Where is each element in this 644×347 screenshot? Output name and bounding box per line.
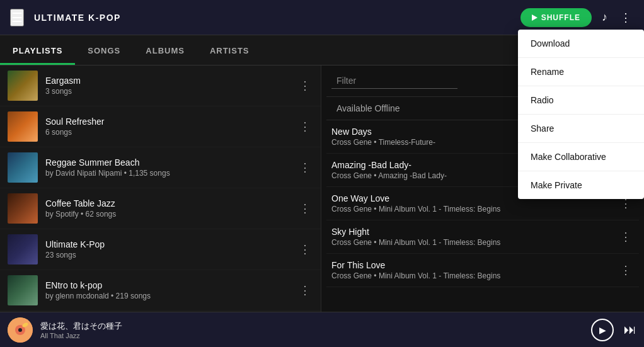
tab-songs[interactable]: SONGS [75, 38, 133, 65]
list-item[interactable]: Coffee Table Jazz by Spotify • 62 songs … [0, 188, 321, 229]
filter-input[interactable] [331, 73, 457, 89]
playlist-thumbnail [8, 111, 38, 142]
app-title: ULTIMATE K-POP [34, 13, 520, 23]
context-menu-download[interactable]: Download [518, 30, 644, 58]
player-song-info: 愛は花、君はその種子 All That Jazz [40, 321, 591, 339]
playlist-name: Coffee Table Jazz [45, 198, 297, 208]
playlist-thumbnail [8, 193, 38, 224]
playlist-info: Ultimate K-Pop 23 songs [45, 239, 297, 259]
player-album-art [8, 317, 33, 343]
skip-next-button[interactable]: ⏭ [624, 322, 636, 337]
menu-button[interactable]: ☰ [10, 9, 24, 26]
header-icons: ♪ ⋮ [599, 8, 634, 27]
list-item[interactable]: Soul Refresher 6 songs ⋮ [0, 106, 321, 147]
music-note-icon: ♪ [602, 11, 607, 24]
song-info: For This Love Cross Gene • Mini Album Vo… [331, 260, 618, 280]
svg-point-2 [18, 328, 22, 332]
player-song-title: 愛は花、君はその種子 [40, 321, 591, 332]
playlist-more-button[interactable]: ⋮ [297, 199, 313, 218]
song-title: For This Love [331, 260, 618, 270]
playlist-meta: 6 songs [45, 128, 297, 137]
play-icon: ▶ [599, 325, 606, 335]
play-triangle-icon [532, 14, 538, 21]
song-info: Sky Hight Cross Gene • Mini Album Vol. 1… [331, 227, 618, 247]
playlist-thumbnail [8, 234, 38, 265]
song-more-button[interactable]: ⋮ [618, 227, 634, 246]
context-menu-make-collaborative[interactable]: Make Collaborative [518, 143, 644, 171]
tab-playlists[interactable]: PLAYLISTS [0, 38, 75, 65]
playlist-info: ENtro to k-pop by glenn mcdonald • 219 s… [45, 280, 297, 300]
music-note-button[interactable]: ♪ [599, 8, 610, 26]
context-menu-rename[interactable]: Rename [518, 58, 644, 86]
list-item[interactable]: Reggae Summer Beach by David Nipati Nipa… [0, 147, 321, 188]
playlist-meta: by David Nipati Nipami • 1,135 songs [45, 169, 297, 178]
skip-next-icon: ⏭ [624, 322, 636, 336]
bottom-player: 愛は花、君はその種子 All That Jazz ▶ ⏭ [0, 312, 644, 347]
song-title: Sky Hight [331, 227, 618, 237]
playlist-name: Reggae Summer Beach [45, 157, 297, 168]
context-menu-radio[interactable]: Radio [518, 86, 644, 115]
context-menu-share[interactable]: Share [518, 115, 644, 143]
playlist-name: Eargasm [45, 76, 297, 86]
playlist-meta: by glenn mcdonald • 219 songs [45, 292, 297, 300]
playlists-panel: Eargasm 3 songs ⋮ Soul Refresher 6 songs… [0, 65, 321, 312]
shuffle-label: SHUFFLE [541, 13, 580, 22]
playlist-more-button[interactable]: ⋮ [297, 117, 313, 136]
playlist-name: ENtro to k-pop [45, 280, 297, 290]
tab-albums[interactable]: ALBUMS [133, 38, 197, 65]
playlist-thumbnail [8, 152, 38, 183]
list-item[interactable]: ENtro to k-pop by glenn mcdonald • 219 s… [0, 270, 321, 311]
playlist-thumbnail [8, 71, 38, 101]
list-item[interactable]: Ultimate K-Pop 23 songs ⋮ [0, 229, 321, 270]
more-options-button[interactable]: ⋮ [618, 8, 634, 27]
song-meta: Cross Gene • Mini Album Vol. 1 - Timeles… [331, 205, 618, 213]
song-meta: Cross Gene • Mini Album Vol. 1 - Timeles… [331, 238, 618, 247]
playlist-meta: 23 songs [45, 251, 297, 259]
playlist-more-button[interactable]: ⋮ [297, 158, 313, 177]
playlist-more-button[interactable]: ⋮ [297, 281, 313, 300]
list-item[interactable]: For This Love Cross Gene • Mini Album Vo… [326, 254, 639, 287]
context-menu: Download Rename Radio Share Make Collabo… [518, 30, 644, 199]
playlist-more-button[interactable]: ⋮ [297, 240, 313, 259]
playlist-more-button[interactable]: ⋮ [297, 76, 313, 95]
list-item[interactable]: Eargasm 3 songs ⋮ [0, 65, 321, 106]
more-vert-icon: ⋮ [620, 11, 631, 25]
playlist-name: Soul Refresher [45, 117, 297, 127]
song-meta: Cross Gene • Mini Album Vol. 1 - Timeles… [331, 271, 618, 280]
playlist-name: Ultimate K-Pop [45, 239, 297, 249]
playlist-info: Soul Refresher 6 songs [45, 117, 297, 137]
playlist-info: Coffee Table Jazz by Spotify • 62 songs [45, 198, 297, 219]
player-controls: ▶ ⏭ [591, 319, 636, 341]
hamburger-icon: ☰ [11, 11, 23, 25]
playlist-info: Eargasm 3 songs [45, 76, 297, 96]
playlist-thumbnail [8, 275, 38, 305]
playlist-meta: by Spotify • 62 songs [45, 210, 297, 219]
tab-artists[interactable]: ARTISTS [197, 38, 262, 65]
shuffle-button[interactable]: SHUFFLE [520, 8, 592, 27]
song-more-button[interactable]: ⋮ [618, 261, 634, 280]
playlist-meta: 3 songs [45, 87, 297, 96]
list-item[interactable]: Sky Hight Cross Gene • Mini Album Vol. 1… [326, 220, 639, 254]
play-pause-button[interactable]: ▶ [591, 319, 614, 341]
playlist-info: Reggae Summer Beach by David Nipati Nipa… [45, 157, 297, 178]
player-song-album: All That Jazz [40, 332, 591, 339]
context-menu-make-private[interactable]: Make Private [518, 171, 644, 199]
